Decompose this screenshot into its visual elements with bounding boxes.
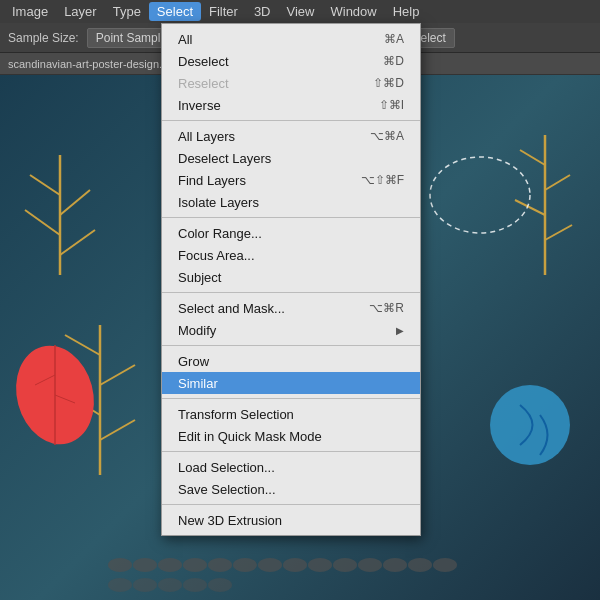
modify-arrow-icon: ▶ — [396, 325, 404, 336]
menu-item-load-selection-label: Load Selection... — [178, 460, 275, 475]
menu-item-focus-area[interactable]: Focus Area... — [162, 244, 420, 266]
menu-item-focus-area-label: Focus Area... — [178, 248, 255, 263]
menu-item-deselect[interactable]: Deselect ⌘D — [162, 50, 420, 72]
menu-item-all-layers-label: All Layers — [178, 129, 235, 144]
menu-item-find-layers-label: Find Layers — [178, 173, 246, 188]
menu-item-inverse[interactable]: Inverse ⇧⌘I — [162, 94, 420, 116]
menu-help[interactable]: Help — [385, 2, 428, 21]
menu-item-find-layers[interactable]: Find Layers ⌥⇧⌘F — [162, 169, 420, 191]
menu-item-quick-mask-label: Edit in Quick Mask Mode — [178, 429, 322, 444]
separator-1 — [162, 120, 420, 121]
menu-item-similar-label: Similar — [178, 376, 218, 391]
menu-image[interactable]: Image — [4, 2, 56, 21]
menu-item-deselect-shortcut: ⌘D — [383, 54, 404, 68]
menu-item-modify-label: Modify — [178, 323, 216, 338]
menu-window[interactable]: Window — [322, 2, 384, 21]
menu-item-all-layers-shortcut: ⌥⌘A — [370, 129, 404, 143]
menu-filter[interactable]: Filter — [201, 2, 246, 21]
menu-item-transform-selection[interactable]: Transform Selection — [162, 403, 420, 425]
menu-item-save-selection-label: Save Selection... — [178, 482, 276, 497]
menu-item-subject[interactable]: Subject — [162, 266, 420, 288]
menu-item-new-3d-extrusion[interactable]: New 3D Extrusion — [162, 509, 420, 531]
menu-item-reselect-shortcut: ⇧⌘D — [373, 76, 404, 90]
menu-item-deselect-label: Deselect — [178, 54, 229, 69]
menu-item-find-layers-shortcut: ⌥⇧⌘F — [361, 173, 404, 187]
separator-2 — [162, 217, 420, 218]
menu-item-grow-label: Grow — [178, 354, 209, 369]
menu-item-load-selection[interactable]: Load Selection... — [162, 456, 420, 478]
menu-item-deselect-layers[interactable]: Deselect Layers — [162, 147, 420, 169]
menu-view[interactable]: View — [279, 2, 323, 21]
separator-3 — [162, 292, 420, 293]
menu-item-isolate-layers[interactable]: Isolate Layers — [162, 191, 420, 213]
menu-item-similar[interactable]: Similar — [162, 372, 420, 394]
menu-item-select-and-mask-shortcut: ⌥⌘R — [369, 301, 404, 315]
separator-6 — [162, 451, 420, 452]
menu-item-modify[interactable]: Modify ▶ — [162, 319, 420, 341]
menu-item-grow[interactable]: Grow — [162, 350, 420, 372]
menubar: Image Layer Type Select Filter 3D View W… — [0, 0, 600, 23]
menu-3d[interactable]: 3D — [246, 2, 279, 21]
menu-item-subject-label: Subject — [178, 270, 221, 285]
menu-item-color-range-label: Color Range... — [178, 226, 262, 241]
menu-item-quick-mask[interactable]: Edit in Quick Mask Mode — [162, 425, 420, 447]
menu-item-all-layers[interactable]: All Layers ⌥⌘A — [162, 125, 420, 147]
menu-item-new-3d-extrusion-label: New 3D Extrusion — [178, 513, 282, 528]
menu-select[interactable]: Select — [149, 2, 201, 21]
menu-item-all-label: All — [178, 32, 192, 47]
select-dropdown-menu: All ⌘A Deselect ⌘D Reselect ⇧⌘D Inverse … — [161, 23, 421, 536]
sample-size-label: Sample Size: — [8, 31, 79, 45]
menu-item-reselect: Reselect ⇧⌘D — [162, 72, 420, 94]
menu-item-all[interactable]: All ⌘A — [162, 28, 420, 50]
menu-item-inverse-label: Inverse — [178, 98, 221, 113]
menu-item-color-range[interactable]: Color Range... — [162, 222, 420, 244]
menu-item-save-selection[interactable]: Save Selection... — [162, 478, 420, 500]
menu-layer[interactable]: Layer — [56, 2, 105, 21]
separator-4 — [162, 345, 420, 346]
menu-item-isolate-layers-label: Isolate Layers — [178, 195, 259, 210]
menu-item-select-and-mask[interactable]: Select and Mask... ⌥⌘R — [162, 297, 420, 319]
menu-item-deselect-layers-label: Deselect Layers — [178, 151, 271, 166]
menu-item-reselect-label: Reselect — [178, 76, 229, 91]
menu-item-all-shortcut: ⌘A — [384, 32, 404, 46]
menu-type[interactable]: Type — [105, 2, 149, 21]
separator-5 — [162, 398, 420, 399]
menu-item-select-and-mask-label: Select and Mask... — [178, 301, 285, 316]
menu-item-transform-selection-label: Transform Selection — [178, 407, 294, 422]
separator-7 — [162, 504, 420, 505]
menu-item-inverse-shortcut: ⇧⌘I — [379, 98, 404, 112]
